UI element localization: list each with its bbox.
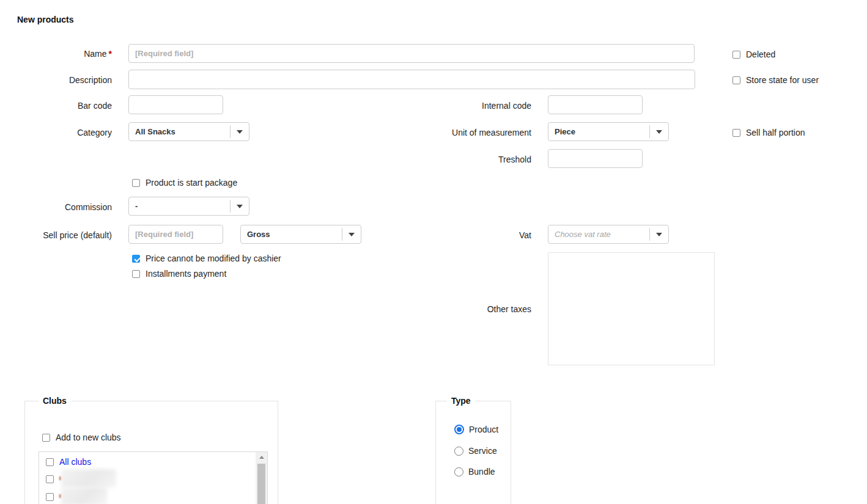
description-input[interactable] xyxy=(128,70,695,89)
add-to-new-clubs-label: Add to new clubs xyxy=(56,433,121,442)
category-label: Category xyxy=(0,128,112,137)
deleted-row: Deleted xyxy=(732,49,775,59)
club-list-item xyxy=(46,473,117,485)
clubs-list-scrollbar[interactable] xyxy=(256,452,267,504)
chevron-down-icon xyxy=(230,125,249,138)
price-mode-value: Gross xyxy=(247,225,270,243)
vat-placeholder: Choose vat rate xyxy=(555,225,611,243)
vat-label: Vat xyxy=(367,230,531,240)
deleted-checkbox[interactable] xyxy=(732,51,740,59)
product-radio[interactable] xyxy=(454,425,464,434)
club-list-item xyxy=(46,491,117,503)
vat-select[interactable]: Choose vat rate xyxy=(548,225,669,244)
service-radio[interactable] xyxy=(454,447,463,456)
redacted-club-name xyxy=(59,489,117,504)
chevron-down-icon xyxy=(649,125,668,138)
clubs-list: All clubs xyxy=(39,451,268,504)
chevron-down-icon xyxy=(342,228,361,241)
service-radio-label: Service xyxy=(468,446,497,456)
deleted-label: Deleted xyxy=(746,49,775,59)
price-cannot-be-modified-row: Price cannot be modified by cashier xyxy=(132,254,281,263)
bar-code-input[interactable] xyxy=(128,95,223,114)
page-title: New products xyxy=(17,15,74,24)
sell-price-input[interactable] xyxy=(128,225,223,244)
all-clubs-checkbox[interactable] xyxy=(46,458,54,466)
price-cannot-be-modified-checkbox[interactable] xyxy=(132,255,140,263)
installments-payment-checkbox[interactable] xyxy=(132,270,140,278)
scrollbar-thumb[interactable] xyxy=(257,464,265,504)
new-product-form-page: New products Name* Description Bar code … xyxy=(0,0,867,504)
sell-half-portion-row: Sell half portion xyxy=(732,128,805,137)
all-clubs-link[interactable]: All clubs xyxy=(59,457,91,467)
internal-code-label: Internal code xyxy=(367,101,531,111)
commission-label: Commission xyxy=(0,202,112,212)
type-fieldset: Type Product Service Bundle xyxy=(435,401,511,504)
sell-half-portion-label: Sell half portion xyxy=(746,128,805,137)
scroll-up-icon[interactable] xyxy=(256,452,267,462)
chevron-down-icon xyxy=(230,200,249,213)
add-to-new-clubs-checkbox[interactable] xyxy=(42,434,50,442)
bar-code-label: Bar code xyxy=(0,101,112,111)
unit-of-measurement-value: Piece xyxy=(555,123,575,141)
unit-of-measurement-label: Unit of measurement xyxy=(367,128,531,137)
bundle-radio[interactable] xyxy=(454,467,463,477)
other-taxes-label: Other taxes xyxy=(367,304,531,314)
name-label: Name* xyxy=(0,49,112,59)
club-checkbox[interactable] xyxy=(46,475,54,483)
required-asterisk: * xyxy=(109,49,112,59)
price-mode-select[interactable]: Gross xyxy=(240,225,361,244)
price-cannot-be-modified-label: Price cannot be modified by cashier xyxy=(146,254,281,263)
product-is-start-package-checkbox[interactable] xyxy=(132,179,140,187)
internal-code-input[interactable] xyxy=(548,95,643,114)
description-label: Description xyxy=(0,75,112,85)
installments-payment-label: Installments payment xyxy=(146,269,226,279)
unit-of-measurement-select[interactable]: Piece xyxy=(548,122,669,141)
store-state-for-user-row: Store state for user xyxy=(732,75,819,85)
product-radio-label: Product xyxy=(469,425,498,434)
clubs-legend: Clubs xyxy=(39,396,71,406)
name-input[interactable] xyxy=(128,44,695,63)
type-option-bundle: Bundle xyxy=(454,467,495,477)
installments-payment-row: Installments payment xyxy=(132,269,226,279)
store-state-for-user-checkbox[interactable] xyxy=(732,76,740,84)
type-option-product: Product xyxy=(454,425,498,434)
bundle-radio-label: Bundle xyxy=(468,467,495,477)
commission-select[interactable]: - xyxy=(128,197,249,216)
club-checkbox[interactable] xyxy=(46,493,54,501)
commission-value: - xyxy=(135,197,138,215)
product-is-start-package-row: Product is start package xyxy=(132,178,237,188)
chevron-down-icon xyxy=(649,228,668,241)
treshold-label: Treshold xyxy=(367,155,531,164)
type-option-service: Service xyxy=(454,446,497,456)
sell-price-label: Sell price (default) xyxy=(0,230,112,240)
redacted-club-name xyxy=(59,471,117,487)
category-value: All Snacks xyxy=(135,123,175,141)
other-taxes-listbox[interactable] xyxy=(548,252,715,365)
clubs-fieldset: Clubs Add to new clubs All clubs xyxy=(24,401,278,504)
store-state-for-user-label: Store state for user xyxy=(746,75,819,85)
add-to-new-clubs-row: Add to new clubs xyxy=(42,433,121,442)
treshold-input[interactable] xyxy=(548,149,643,168)
sell-half-portion-checkbox[interactable] xyxy=(732,129,740,137)
club-list-item: All clubs xyxy=(46,456,91,468)
product-is-start-package-label: Product is start package xyxy=(146,178,237,188)
category-select[interactable]: All Snacks xyxy=(128,122,249,141)
type-legend: Type xyxy=(447,396,475,406)
